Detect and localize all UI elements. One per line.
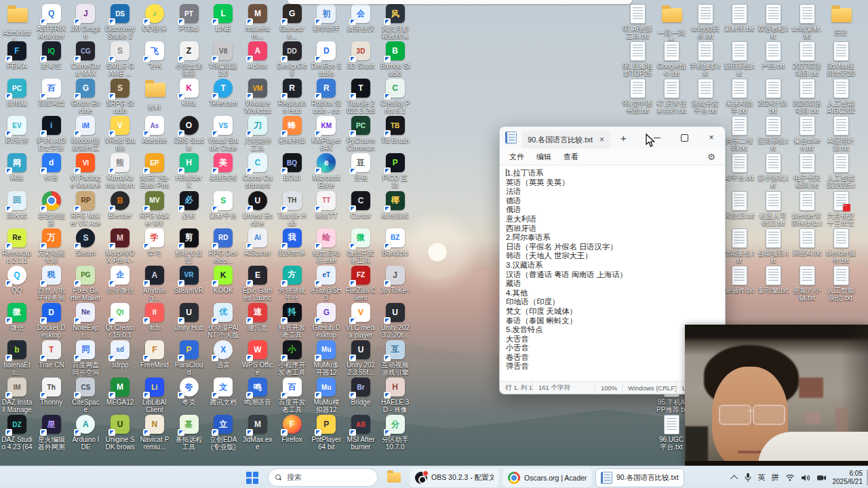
desktop-icon[interactable]: 合期项目.txt <box>757 228 789 264</box>
notepad-titlebar[interactable]: 90.各国语言比较.txt × + × <box>500 127 725 148</box>
desktop-icon[interactable]: VMVMware Workstati... <box>242 79 273 115</box>
desktop-icon[interactable]: 3D3D Slash <box>345 41 376 70</box>
hidden-window-edge[interactable] <box>288 0 632 4</box>
desktop-icon[interactable]: RReallusion Hub <box>277 79 308 115</box>
desktop-icon[interactable]: 飞飞书 <box>139 41 170 70</box>
desktop-icon[interactable]: 系统AI.txt <box>791 228 823 257</box>
desktop-icon[interactable]: FFEIKA <box>1 41 33 70</box>
desktop-icon[interactable]: 企企业微信 <box>104 266 136 294</box>
desktop-icon[interactable]: ititch <box>139 303 170 331</box>
new-tab-button[interactable]: + <box>618 132 629 144</box>
desktop-icon[interactable]: 方方块游戏平台 <box>277 266 308 302</box>
desktop-icon[interactable]: KKOOK <box>208 266 239 294</box>
desktop-icon[interactable]: PGPixel Game Maker MV <box>70 266 101 302</box>
desktop-icon[interactable]: IMDAZ Install Manager... <box>1 378 33 413</box>
desktop-icon[interactable]: 人工智能岗位.txt <box>825 266 856 302</box>
desktop-icon[interactable]: CCreality Print 6.1 <box>380 79 411 115</box>
desktop-icon[interactable]: EP简易门包-Easy Pose <box>139 153 170 189</box>
desktop-icon[interactable]: AArduino IDE <box>70 415 101 451</box>
camera-in-use-icon[interactable] <box>816 474 827 481</box>
desktop-icon[interactable]: FFreeMind <box>139 340 170 369</box>
menu-edit[interactable]: 编辑 <box>531 150 557 164</box>
desktop-icon[interactable]: 百百度网盘 <box>36 79 67 107</box>
desktop-icon[interactable]: RPRPG Maker VX Ace <box>70 191 101 227</box>
close-button[interactable]: × <box>698 127 725 148</box>
desktop-icon[interactable]: FZFileZilla Client <box>345 266 376 302</box>
desktop-icon[interactable]: CSCiteSpace <box>70 378 101 413</box>
desktop-icon[interactable]: 小小程序开发者工具 <box>277 340 308 376</box>
menu-view[interactable]: 查看 <box>558 150 584 164</box>
desktop-icon[interactable]: 风险13.txt <box>724 191 755 220</box>
desktop-icon[interactable]: QtQt Creator 15.0.1 (Co... <box>104 303 136 339</box>
desktop-icon[interactable]: BBambu Studio <box>380 41 411 77</box>
desktop-icon[interactable]: 2024计划.txt <box>757 79 789 115</box>
desktop-icon[interactable]: 47.日常任务执行.txt <box>656 79 687 115</box>
desktop-icon[interactable]: THTuanjie Hub <box>277 191 308 227</box>
desktop-icon[interactable]: NNavicat Premiu... <box>139 415 170 451</box>
desktop-icon[interactable]: 绘绘世启动器.exe <box>311 228 342 264</box>
desktop-icon[interactable]: DDDesignDoll <box>277 41 308 77</box>
desktop-icon[interactable]: 刀刀剑制作工具 <box>242 116 273 152</box>
desktop-icon[interactable]: 共享二维码.txt <box>724 116 755 152</box>
desktop-icon[interactable]: BBlender <box>104 191 136 220</box>
desktop-icon[interactable]: Z小黑盒加速器 <box>174 41 205 77</box>
desktop-icon[interactable]: iiPVN AI/3D文字游戏制... <box>36 116 67 152</box>
desktop-icon[interactable]: TBTilt Brush <box>380 116 411 144</box>
notepad-tab[interactable]: 90.各国语言比较.txt × <box>522 131 611 148</box>
desktop-icon[interactable]: GGitHub Desktop <box>311 303 342 339</box>
desktop-icon[interactable]: 百百度开发者工具 <box>277 378 308 413</box>
desktop-icon[interactable]: 万万彩动画大师 <box>36 228 67 264</box>
desktop-icon[interactable]: MuMuMu模拟器12 <box>311 378 342 413</box>
desktop-icon[interactable]: sdsdrpp <box>104 340 136 369</box>
desktop-icon[interactable]: AAnything... <box>139 266 170 302</box>
desktop-icon[interactable]: 回回收站 <box>1 191 33 220</box>
desktop-icon[interactable]: RDRPG Develop... <box>208 228 239 264</box>
desktop-icon[interactable]: 99.空中图书馆.txt <box>622 79 653 115</box>
desktop-icon[interactable]: MMorphVOX Pro 4 - V... <box>104 228 136 264</box>
desktop-icon[interactable]: LiLibLibAI Client <box>139 378 170 413</box>
desktop-icon[interactable]: VRSteamVR <box>174 266 205 294</box>
taskbar-chrome[interactable]: Oscars.org | Academy o <box>503 469 591 487</box>
taskbar-notepad[interactable]: 90.各国语言比较.txt - N <box>596 469 684 487</box>
desktop-icon[interactable]: 2026双语项目.txt <box>791 79 823 115</box>
desktop-icon[interactable]: M3dMax.exe <box>242 415 273 451</box>
desktop-icon[interactable]: 我我的世界 <box>277 228 308 257</box>
desktop-icon[interactable]: unity素材.txt <box>791 4 823 40</box>
desktop-icon[interactable]: SSteam <box>70 228 101 257</box>
desktop-icon[interactable]: 抖抖音开发者工具 <box>277 303 308 339</box>
desktop-icon[interactable]: 会腾讯会议 <box>345 4 376 33</box>
desktop-icon[interactable]: 美美图秀秀 <box>208 153 239 182</box>
desktop-icon[interactable]: AsAseprite <box>139 116 170 144</box>
desktop-icon[interactable]: DSDiscovery Studio 20... <box>104 4 136 40</box>
desktop-icon[interactable]: 夸夸克 <box>174 378 205 406</box>
desktop-icon[interactable]: 双语教程.txt <box>757 4 789 40</box>
desktop-icon[interactable]: 一目一词典 <box>656 4 687 44</box>
desktop-icon[interactable]: CCocos Dashboard <box>242 153 273 189</box>
desktop-icon[interactable]: HHBuilder X <box>174 153 205 189</box>
taskbar-file-explorer[interactable] <box>382 469 406 487</box>
desktop-icon[interactable]: 风风云月影视效转换器 <box>380 4 411 40</box>
desktop-icon[interactable]: QASTERIX Analyzer <box>36 4 67 40</box>
desktop-icon[interactable]: UUnity 2023.2.20f... <box>380 303 411 339</box>
desktop-icon[interactable]: 谷歌浏览器 <box>36 191 67 227</box>
desktop-icon[interactable]: PPICO 互联 <box>380 153 411 189</box>
desktop-icon[interactable]: VVRoid Studio <box>104 116 136 152</box>
desktop-icon[interactable]: iMiMotion游戏制作工具 <box>70 116 101 152</box>
desktop-icon[interactable]: unity知识点.txt <box>690 4 721 40</box>
desktop-icon[interactable]: 微微信开发者工具 <box>345 228 376 264</box>
desktop-icon[interactable]: HHAELE 3D - 肖像工作室... <box>380 378 411 413</box>
desktop-icon[interactable]: GGodot Engine <box>70 79 101 115</box>
desktop-icon[interactable]: TT测试TT <box>311 191 342 220</box>
taskbar-search[interactable]: 搜索 <box>268 468 378 487</box>
desktop-icon[interactable]: EEpic Games Launcher <box>242 266 273 302</box>
ime-language-indicator[interactable]: 英 <box>758 472 766 483</box>
desktop-icon[interactable]: Administra... <box>1 4 33 44</box>
desktop-icon[interactable]: 电子书天梯词.txt <box>791 153 823 189</box>
desktop-icon[interactable]: S素材平台 <box>208 191 239 220</box>
desktop-icon[interactable]: ♪QQ音乐 <box>139 4 170 33</box>
desktop-icon[interactable]: 初初学助手 <box>311 4 342 33</box>
desktop-icon[interactable]: AiAIStarter <box>242 228 273 257</box>
desktop-icon[interactable]: 学学习 <box>139 228 170 257</box>
desktop-icon[interactable]: 未来AI助手.txt <box>724 79 755 115</box>
desktop-icon[interactable]: EVEV录屏 <box>1 116 33 144</box>
